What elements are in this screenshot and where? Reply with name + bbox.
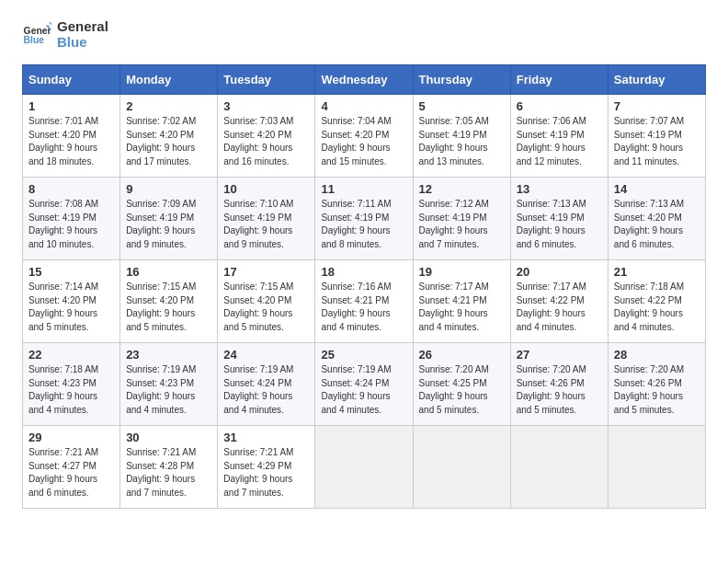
header-wednesday: Wednesday (315, 65, 413, 95)
logo-text-blue: Blue (57, 34, 108, 50)
day-number: 12 (419, 182, 505, 196)
header-sunday: Sunday (23, 65, 120, 95)
day-info: Sunrise: 7:01 AMSunset: 4:20 PMDaylight:… (28, 115, 114, 168)
day-info: Sunrise: 7:18 AMSunset: 4:22 PMDaylight:… (614, 281, 700, 334)
calendar-body: 1Sunrise: 7:01 AMSunset: 4:20 PMDaylight… (23, 95, 706, 509)
day-number: 18 (321, 265, 406, 279)
calendar-cell: 1Sunrise: 7:01 AMSunset: 4:20 PMDaylight… (23, 95, 120, 178)
day-info: Sunrise: 7:04 AMSunset: 4:20 PMDaylight:… (321, 115, 406, 168)
logo-text-general: General (57, 18, 108, 34)
day-info: Sunrise: 7:13 AMSunset: 4:20 PMDaylight:… (614, 198, 700, 251)
day-info: Sunrise: 7:20 AMSunset: 4:25 PMDaylight:… (419, 363, 505, 417)
calendar-cell: 10Sunrise: 7:10 AMSunset: 4:19 PMDayligh… (218, 178, 315, 260)
week-row-4: 29Sunrise: 7:21 AMSunset: 4:27 PMDayligh… (23, 426, 706, 509)
week-row-0: 1Sunrise: 7:01 AMSunset: 4:20 PMDaylight… (23, 95, 706, 178)
day-number: 14 (614, 182, 700, 196)
calendar-cell: 19Sunrise: 7:17 AMSunset: 4:21 PMDayligh… (413, 260, 510, 343)
day-info: Sunrise: 7:20 AMSunset: 4:26 PMDaylight:… (614, 363, 700, 417)
calendar-cell: 31Sunrise: 7:21 AMSunset: 4:29 PMDayligh… (218, 426, 315, 509)
week-row-1: 8Sunrise: 7:08 AMSunset: 4:19 PMDaylight… (23, 178, 706, 260)
day-info: Sunrise: 7:05 AMSunset: 4:19 PMDaylight:… (419, 115, 505, 168)
calendar-cell: 16Sunrise: 7:15 AMSunset: 4:20 PMDayligh… (120, 260, 218, 343)
day-number: 16 (126, 265, 211, 279)
calendar-cell: 22Sunrise: 7:18 AMSunset: 4:23 PMDayligh… (23, 343, 120, 426)
calendar-cell: 27Sunrise: 7:20 AMSunset: 4:26 PMDayligh… (510, 343, 608, 426)
day-number: 6 (517, 99, 602, 113)
day-info: Sunrise: 7:15 AMSunset: 4:20 PMDaylight:… (126, 281, 211, 334)
day-number: 4 (321, 99, 406, 113)
day-info: Sunrise: 7:07 AMSunset: 4:19 PMDaylight:… (614, 115, 700, 168)
day-info: Sunrise: 7:08 AMSunset: 4:19 PMDaylight:… (28, 198, 114, 251)
day-info: Sunrise: 7:17 AMSunset: 4:22 PMDaylight:… (517, 281, 602, 334)
day-info: Sunrise: 7:21 AMSunset: 4:29 PMDaylight:… (223, 446, 309, 500)
day-number: 8 (28, 182, 114, 196)
day-info: Sunrise: 7:11 AMSunset: 4:19 PMDaylight:… (321, 198, 406, 251)
calendar-cell: 14Sunrise: 7:13 AMSunset: 4:20 PMDayligh… (608, 178, 705, 260)
calendar-cell: 6Sunrise: 7:06 AMSunset: 4:19 PMDaylight… (510, 95, 608, 178)
day-info: Sunrise: 7:21 AMSunset: 4:28 PMDaylight:… (126, 446, 211, 500)
calendar-cell: 12Sunrise: 7:12 AMSunset: 4:19 PMDayligh… (413, 178, 510, 260)
day-number: 10 (223, 182, 309, 196)
day-info: Sunrise: 7:21 AMSunset: 4:27 PMDaylight:… (28, 446, 114, 500)
header-friday: Friday (510, 65, 608, 95)
day-number: 24 (223, 348, 309, 362)
calendar-cell: 2Sunrise: 7:02 AMSunset: 4:20 PMDaylight… (120, 95, 218, 178)
day-number: 30 (126, 431, 211, 444)
calendar-cell: 9Sunrise: 7:09 AMSunset: 4:19 PMDaylight… (120, 178, 218, 260)
day-info: Sunrise: 7:19 AMSunset: 4:24 PMDaylight:… (321, 363, 406, 417)
calendar-cell: 25Sunrise: 7:19 AMSunset: 4:24 PMDayligh… (315, 343, 413, 426)
calendar-cell: 11Sunrise: 7:11 AMSunset: 4:19 PMDayligh… (315, 178, 413, 260)
day-number: 20 (517, 265, 602, 279)
calendar-cell: 20Sunrise: 7:17 AMSunset: 4:22 PMDayligh… (510, 260, 608, 343)
header-saturday: Saturday (608, 65, 705, 95)
day-info: Sunrise: 7:03 AMSunset: 4:20 PMDaylight:… (223, 115, 309, 168)
day-number: 11 (321, 182, 406, 196)
calendar-cell: 29Sunrise: 7:21 AMSunset: 4:27 PMDayligh… (23, 426, 120, 509)
calendar-cell: 18Sunrise: 7:16 AMSunset: 4:21 PMDayligh… (315, 260, 413, 343)
day-number: 5 (419, 99, 505, 113)
svg-text:Blue: Blue (24, 35, 45, 45)
day-number: 21 (614, 265, 700, 279)
day-info: Sunrise: 7:20 AMSunset: 4:26 PMDaylight:… (517, 363, 602, 417)
calendar-cell: 15Sunrise: 7:14 AMSunset: 4:20 PMDayligh… (23, 260, 120, 343)
calendar-cell: 30Sunrise: 7:21 AMSunset: 4:28 PMDayligh… (120, 426, 218, 509)
day-number: 31 (223, 431, 309, 444)
calendar-cell: 28Sunrise: 7:20 AMSunset: 4:26 PMDayligh… (608, 343, 705, 426)
day-number: 19 (419, 265, 505, 279)
day-number: 22 (28, 348, 114, 362)
calendar-cell: 21Sunrise: 7:18 AMSunset: 4:22 PMDayligh… (608, 260, 705, 343)
day-info: Sunrise: 7:09 AMSunset: 4:19 PMDaylight:… (126, 198, 211, 251)
day-number: 17 (223, 265, 309, 279)
calendar-header: SundayMondayTuesdayWednesdayThursdayFrid… (23, 65, 706, 95)
header-thursday: Thursday (413, 65, 510, 95)
day-info: Sunrise: 7:06 AMSunset: 4:19 PMDaylight:… (517, 115, 602, 168)
calendar-cell: 3Sunrise: 7:03 AMSunset: 4:20 PMDaylight… (218, 95, 315, 178)
week-row-3: 22Sunrise: 7:18 AMSunset: 4:23 PMDayligh… (23, 343, 706, 426)
day-info: Sunrise: 7:15 AMSunset: 4:20 PMDaylight:… (223, 281, 309, 334)
calendar-cell: 17Sunrise: 7:15 AMSunset: 4:20 PMDayligh… (218, 260, 315, 343)
calendar-cell: 8Sunrise: 7:08 AMSunset: 4:19 PMDaylight… (23, 178, 120, 260)
calendar-cell: 26Sunrise: 7:20 AMSunset: 4:25 PMDayligh… (413, 343, 510, 426)
logo-icon: General Blue (22, 19, 51, 49)
calendar-cell: 7Sunrise: 7:07 AMSunset: 4:19 PMDaylight… (608, 95, 705, 178)
calendar-cell (413, 426, 510, 509)
header: General Blue General Blue (22, 18, 706, 50)
calendar-cell: 24Sunrise: 7:19 AMSunset: 4:24 PMDayligh… (218, 343, 315, 426)
day-number: 2 (126, 99, 211, 113)
day-info: Sunrise: 7:10 AMSunset: 4:19 PMDaylight:… (223, 198, 309, 251)
day-info: Sunrise: 7:16 AMSunset: 4:21 PMDaylight:… (321, 281, 406, 334)
calendar-cell: 4Sunrise: 7:04 AMSunset: 4:20 PMDaylight… (315, 95, 413, 178)
day-info: Sunrise: 7:13 AMSunset: 4:19 PMDaylight:… (517, 198, 602, 251)
calendar-table: SundayMondayTuesdayWednesdayThursdayFrid… (22, 64, 706, 509)
calendar-cell (608, 426, 705, 509)
day-number: 26 (419, 348, 505, 362)
day-info: Sunrise: 7:19 AMSunset: 4:24 PMDaylight:… (223, 363, 309, 417)
day-number: 25 (321, 348, 406, 362)
week-row-2: 15Sunrise: 7:14 AMSunset: 4:20 PMDayligh… (23, 260, 706, 343)
header-monday: Monday (120, 65, 218, 95)
day-number: 1 (28, 99, 114, 113)
day-info: Sunrise: 7:18 AMSunset: 4:23 PMDaylight:… (28, 363, 114, 417)
day-info: Sunrise: 7:19 AMSunset: 4:23 PMDaylight:… (126, 363, 211, 417)
day-number: 3 (223, 99, 309, 113)
calendar-cell (510, 426, 608, 509)
